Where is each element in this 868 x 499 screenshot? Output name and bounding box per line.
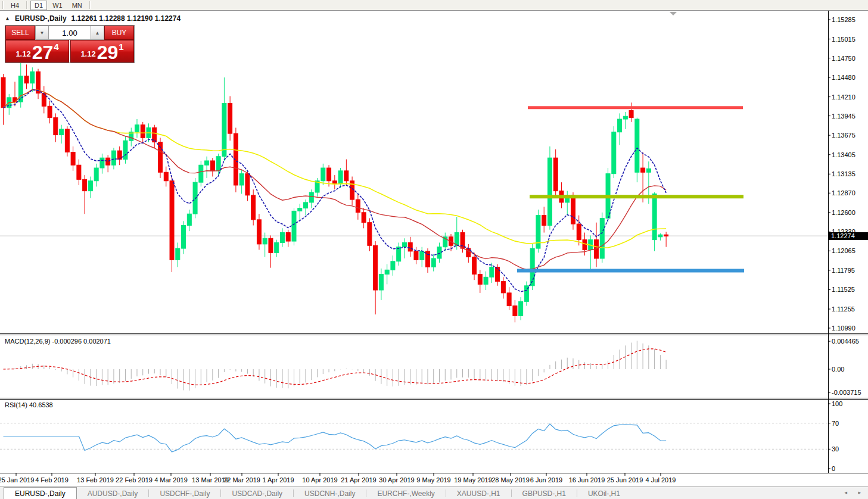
shift-marker (670, 12, 677, 15)
macd-layer (4, 341, 667, 390)
sell-price-prefix: 1.12 (15, 49, 30, 58)
chart-header: ▲ EURUSD-,Daily 1.12261 1.12288 1.12190 … (5, 14, 181, 23)
toolbar-separator (26, 1, 27, 9)
current-price-tag: 1.12274 (829, 232, 868, 240)
chart-canvas[interactable] (0, 0, 868, 499)
mt4-window: H4D1W1MN ▲ EURUSD-,Daily 1.12261 1.12288… (0, 0, 868, 499)
pane-frames (0, 11, 868, 473)
rsi-layer (0, 423, 828, 452)
sell-price-pip: 4 (54, 42, 58, 52)
rsi-label: RSI(14) 40.6538 (5, 401, 53, 408)
toolbar-separator (2, 1, 4, 9)
axis-ticks (16, 20, 830, 476)
sell-price-button[interactable]: 1.12 27 4 (5, 40, 69, 63)
buy-price-pip: 1 (119, 42, 123, 52)
sell-price-main: 27 (32, 45, 54, 60)
toolbar-separator (89, 1, 91, 9)
volume-increase-button[interactable]: ▲ (91, 26, 104, 40)
candles-layer (1, 62, 668, 323)
timeframe-button-w1[interactable]: W1 (48, 1, 67, 10)
macd-label: MACD(12,26,9) -0.000296 0.002071 (5, 338, 111, 345)
sell-button[interactable]: SELL (5, 26, 35, 40)
collapse-panel-icon[interactable]: ▲ (5, 15, 10, 21)
volume-decrease-button[interactable]: ▼ (35, 26, 49, 40)
chart-shift-marker (670, 12, 677, 15)
chevron-down-icon: ▼ (40, 30, 45, 36)
buy-price-button[interactable]: 1.12 29 1 (70, 40, 134, 63)
buy-price-prefix: 1.12 (80, 49, 95, 58)
timeframe-button-mn[interactable]: MN (68, 1, 86, 10)
chevron-up-icon: ▲ (95, 30, 100, 36)
volume-input[interactable]: 1.00 (49, 26, 91, 40)
symbol-title: EURUSD-,Daily (15, 14, 67, 23)
ohlc-values: 1.12261 1.12288 1.12190 1.12274 (71, 14, 181, 23)
buy-button[interactable]: BUY (104, 26, 134, 40)
timeframe-button-d1[interactable]: D1 (30, 1, 47, 10)
moving-averages-layer (4, 90, 667, 292)
one-click-trading-panel: SELL ▼ 1.00 ▲ BUY 1.12 27 4 1.12 29 1 (5, 25, 135, 63)
timeframe-button-h4[interactable]: H4 (7, 1, 23, 10)
timeframe-toolbar: H4D1W1MN (0, 0, 868, 11)
buy-price-main: 29 (97, 45, 119, 60)
